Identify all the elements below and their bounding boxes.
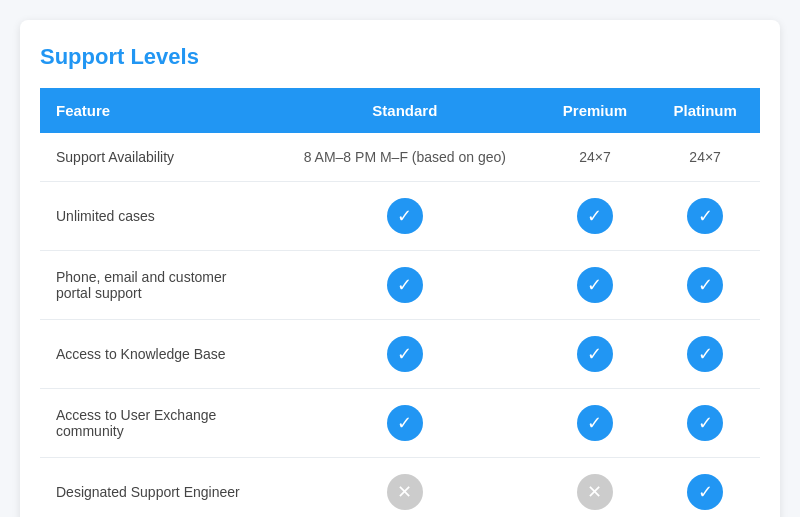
col-platinum: Platinum xyxy=(650,88,760,133)
check-icon: ✓ xyxy=(577,336,613,372)
table-header-row: Feature Standard Premium Platinum xyxy=(40,88,760,133)
platinum-cell: ✓ xyxy=(650,458,760,518)
feature-cell: Support Availability xyxy=(40,133,270,182)
check-icon: ✓ xyxy=(687,198,723,234)
check-icon: ✓ xyxy=(687,267,723,303)
support-table: Feature Standard Premium Platinum Suppor… xyxy=(40,88,760,517)
check-icon: ✓ xyxy=(577,267,613,303)
col-feature: Feature xyxy=(40,88,270,133)
premium-cell: ✕ xyxy=(540,458,651,518)
standard-cell: 8 AM–8 PM M–F (based on geo) xyxy=(270,133,540,182)
feature-cell: Access to User Exchange community xyxy=(40,389,270,458)
platinum-cell: ✓ xyxy=(650,320,760,389)
premium-cell: ✓ xyxy=(540,182,651,251)
platinum-cell: 24×7 xyxy=(650,133,760,182)
col-standard: Standard xyxy=(270,88,540,133)
x-icon: ✕ xyxy=(387,474,423,510)
x-icon: ✕ xyxy=(577,474,613,510)
premium-cell: ✓ xyxy=(540,389,651,458)
platinum-cell: ✓ xyxy=(650,389,760,458)
table-row: Unlimited cases✓✓✓ xyxy=(40,182,760,251)
check-icon: ✓ xyxy=(387,405,423,441)
feature-cell: Phone, email and customer portal support xyxy=(40,251,270,320)
premium-cell: ✓ xyxy=(540,251,651,320)
check-icon: ✓ xyxy=(687,474,723,510)
check-icon: ✓ xyxy=(387,267,423,303)
standard-cell: ✓ xyxy=(270,320,540,389)
check-icon: ✓ xyxy=(687,405,723,441)
table-row: Support Availability8 AM–8 PM M–F (based… xyxy=(40,133,760,182)
text-value: 24×7 xyxy=(579,149,611,165)
check-icon: ✓ xyxy=(577,405,613,441)
feature-cell: Designated Support Engineer xyxy=(40,458,270,518)
table-row: Phone, email and customer portal support… xyxy=(40,251,760,320)
premium-cell: ✓ xyxy=(540,320,651,389)
standard-cell: ✕ xyxy=(270,458,540,518)
standard-cell: ✓ xyxy=(270,182,540,251)
feature-cell: Unlimited cases xyxy=(40,182,270,251)
table-row: Designated Support Engineer✕✕✓ xyxy=(40,458,760,518)
platinum-cell: ✓ xyxy=(650,251,760,320)
table-row: Access to Knowledge Base✓✓✓ xyxy=(40,320,760,389)
standard-cell: ✓ xyxy=(270,251,540,320)
text-value: 8 AM–8 PM M–F (based on geo) xyxy=(304,149,506,165)
check-icon: ✓ xyxy=(577,198,613,234)
platinum-cell: ✓ xyxy=(650,182,760,251)
support-levels-card: Support Levels Feature Standard Premium … xyxy=(20,20,780,517)
table-row: Access to User Exchange community✓✓✓ xyxy=(40,389,760,458)
check-icon: ✓ xyxy=(687,336,723,372)
standard-cell: ✓ xyxy=(270,389,540,458)
col-premium: Premium xyxy=(540,88,651,133)
page-title: Support Levels xyxy=(40,44,760,70)
check-icon: ✓ xyxy=(387,336,423,372)
premium-cell: 24×7 xyxy=(540,133,651,182)
feature-cell: Access to Knowledge Base xyxy=(40,320,270,389)
text-value: 24×7 xyxy=(689,149,721,165)
check-icon: ✓ xyxy=(387,198,423,234)
